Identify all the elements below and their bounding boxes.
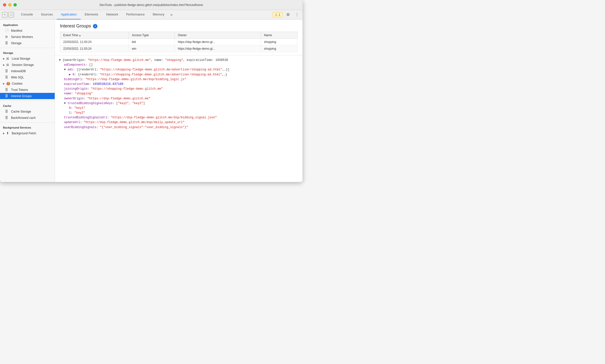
json-line: biddingUrl: "https://dsp-fledge-demo.gli… bbox=[59, 77, 299, 82]
json-line: 1: "key2" bbox=[59, 111, 299, 115]
col-owner[interactable]: Owner bbox=[175, 32, 261, 39]
cache-storage-icon: 🗄 bbox=[5, 110, 9, 113]
sidebar-label-service-workers: Service Workers bbox=[11, 35, 33, 39]
cell-name: shopping bbox=[261, 39, 297, 45]
arrow-cookies: ▶ bbox=[3, 82, 5, 85]
minimize-button[interactable] bbox=[8, 3, 11, 6]
tab-bar-right: ⚠ 1 ⚙ ⋮ bbox=[273, 11, 301, 18]
session-storage-icon: ⊞ bbox=[6, 63, 10, 67]
warning-count: 1 bbox=[279, 13, 280, 16]
cell-event-time: 22/03/2022, 11:03:24 bbox=[60, 39, 129, 45]
col-event-time[interactable]: Event Time bbox=[60, 32, 129, 39]
tab-application[interactable]: Application bbox=[57, 10, 81, 19]
sidebar-item-interest-groups[interactable]: 🗄 Interest Groups bbox=[0, 93, 55, 99]
sidebar-item-session-storage[interactable]: ▶ ⊞ Session Storage bbox=[0, 62, 55, 68]
panel-title: Interest Groups i bbox=[60, 23, 298, 29]
col-access-type[interactable]: Access Type bbox=[129, 32, 175, 39]
tab-performance[interactable]: Performance bbox=[122, 10, 149, 19]
json-line: expirationTime: 1650538216.837188 bbox=[59, 82, 299, 87]
sidebar-label-indexeddb: IndexedDB bbox=[11, 69, 26, 73]
arrow-session-storage: ▶ bbox=[3, 64, 5, 66]
local-storage-icon: ⊞ bbox=[6, 57, 10, 60]
sidebar-section-storage: Storage bbox=[0, 49, 55, 55]
info-icon[interactable]: i bbox=[93, 24, 97, 28]
sidebar-label-trust-tokens: Trust Tokens bbox=[11, 88, 28, 92]
table-row[interactable]: 22/03/2022, 11:03:24 win https://dsp-fle… bbox=[60, 45, 298, 52]
sidebar-item-manifest[interactable]: 📄 Manifest bbox=[0, 27, 55, 34]
sidebar-item-back-forward-cache[interactable]: 🗄 Back/forward cach bbox=[0, 115, 55, 121]
panel-title-text: Interest Groups bbox=[60, 23, 91, 29]
tab-elements[interactable]: Elements bbox=[81, 10, 102, 19]
sidebar-label-web-sql: Web SQL bbox=[11, 76, 24, 79]
json-line: trustedBiddingSignalsUrl: "https://dsp-f… bbox=[59, 115, 299, 120]
json-line: ownerOrigin: "https://dsp-fledge-demo.gl… bbox=[59, 96, 299, 101]
sidebar-item-web-sql[interactable]: 🗄 Web SQL bbox=[0, 74, 55, 80]
json-line: name: "shopping" bbox=[59, 91, 299, 96]
more-tabs-button[interactable]: » bbox=[168, 10, 175, 19]
sidebar-item-local-storage[interactable]: ▶ ⊞ Local Storage bbox=[0, 55, 55, 62]
cell-access-type: win bbox=[129, 45, 175, 52]
sidebar-label-back-forward-cache: Back/forward cach bbox=[11, 116, 36, 120]
main-layout: Application 📄 Manifest ⚙ Service Workers… bbox=[0, 19, 302, 182]
cursor-icon[interactable]: ↖ bbox=[2, 12, 7, 17]
service-workers-icon: ⚙ bbox=[5, 35, 9, 39]
json-detail-panel: ▼ {ownerOrigin: "https://dsp-fledge-demo… bbox=[55, 55, 302, 182]
sidebar-label-background-fetch: Background Fetch bbox=[12, 132, 36, 135]
cell-owner: https://dsp-fledge-demo.gl... bbox=[175, 45, 261, 52]
sidebar-item-background-fetch[interactable]: ▶ ⬆ Background Fetch bbox=[0, 130, 55, 136]
json-line: 0: "key1" bbox=[59, 106, 299, 111]
sidebar-divider-2 bbox=[0, 101, 55, 101]
inspect-icon[interactable]: ⬜ bbox=[8, 12, 14, 17]
sidebar-item-cache-storage[interactable]: 🗄 Cache Storage bbox=[0, 108, 55, 115]
title-bar: DevTools - publisher-fledge-demo.glitch.… bbox=[0, 0, 302, 10]
tab-memory[interactable]: Memory bbox=[149, 10, 168, 19]
json-line: ▼ {ownerOrigin: "https://dsp-fledge-demo… bbox=[59, 58, 299, 63]
maximize-button[interactable] bbox=[13, 3, 17, 6]
arrow-background-fetch: ▶ bbox=[3, 132, 5, 135]
sidebar-item-storage[interactable]: 🗄 Storage bbox=[0, 40, 55, 46]
sidebar-label-storage: Storage bbox=[11, 41, 21, 45]
sidebar-label-cookies: Cookies bbox=[12, 82, 22, 85]
sidebar-section-cache: Cache bbox=[0, 102, 55, 108]
cell-event-time: 22/03/2022, 11:03:24 bbox=[60, 45, 129, 52]
sidebar-section-background: Background Services bbox=[0, 124, 55, 130]
json-line: ▼ ads: [{renderUrl: "https://shopping-fl… bbox=[59, 67, 299, 72]
storage-icon: 🗄 bbox=[5, 41, 9, 45]
tab-network[interactable]: Network bbox=[102, 10, 122, 19]
more-options-button[interactable]: ⋮ bbox=[294, 11, 301, 18]
json-line: updateUrl: "https://dsp-fledge-demo.glit… bbox=[59, 120, 299, 125]
sidebar: Application 📄 Manifest ⚙ Service Workers… bbox=[0, 19, 55, 182]
table-row[interactable]: 22/03/2022, 11:03:24 bid https://dsp-fle… bbox=[60, 39, 298, 45]
sidebar-item-indexeddb[interactable]: 🗄 IndexedDB bbox=[0, 68, 55, 74]
warning-icon: ⚠ bbox=[275, 13, 278, 16]
warning-badge[interactable]: ⚠ 1 bbox=[273, 12, 283, 17]
tab-sources[interactable]: Sources bbox=[37, 10, 57, 19]
tab-console[interactable]: Console bbox=[17, 10, 37, 19]
sidebar-label-local-storage: Local Storage bbox=[12, 57, 30, 60]
tab-bar: ↖ ⬜ Console Sources Application Elements… bbox=[0, 10, 302, 19]
sidebar-divider-1 bbox=[0, 48, 55, 48]
cell-owner: https://dsp-fledge-demo.gl... bbox=[175, 39, 261, 45]
interest-groups-table: Event Time Access Type Owner Name 22/03/… bbox=[60, 32, 298, 52]
json-line: ▶ 0: {renderUrl: "https://shopping-fledg… bbox=[59, 72, 299, 77]
main-tabs: Console Sources Application Elements Net… bbox=[17, 10, 175, 19]
arrow-local-storage: ▶ bbox=[3, 57, 5, 60]
sidebar-divider-3 bbox=[0, 122, 55, 123]
traffic-lights bbox=[3, 3, 17, 6]
background-fetch-icon: ⬆ bbox=[6, 131, 10, 135]
cookies-icon: 🍪 bbox=[6, 82, 10, 85]
sidebar-item-cookies[interactable]: ▶ 🍪 Cookies bbox=[0, 80, 55, 87]
sidebar-item-service-workers[interactable]: ⚙ Service Workers bbox=[0, 34, 55, 40]
sidebar-label-cache-storage: Cache Storage bbox=[11, 110, 31, 113]
web-sql-icon: 🗄 bbox=[5, 75, 9, 79]
sidebar-item-trust-tokens[interactable]: 🗄 Trust Tokens bbox=[0, 87, 55, 93]
settings-button[interactable]: ⚙ bbox=[285, 11, 292, 18]
back-forward-cache-icon: 🗄 bbox=[5, 116, 9, 120]
json-line: ▼ trustedBiddingSignalsKeys: ["key1", "k… bbox=[59, 101, 299, 106]
interest-groups-panel: Interest Groups i Event Time Access Type… bbox=[55, 19, 302, 55]
json-line: userBiddingSignals: "{"user_bidding_sign… bbox=[59, 125, 299, 130]
close-button[interactable] bbox=[3, 3, 6, 6]
indexeddb-icon: 🗄 bbox=[5, 69, 9, 73]
col-name[interactable]: Name bbox=[261, 32, 297, 39]
interest-groups-icon: 🗄 bbox=[5, 94, 9, 98]
